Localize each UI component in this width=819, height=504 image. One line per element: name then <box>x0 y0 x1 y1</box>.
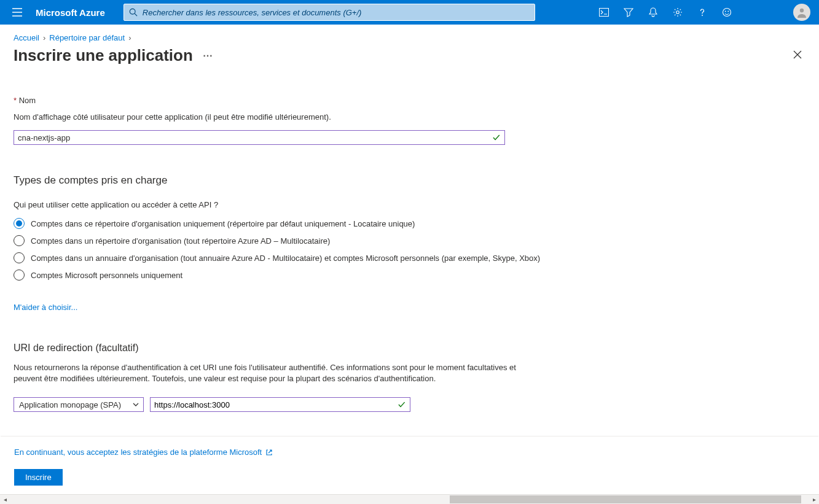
chevron-right-icon: › <box>43 33 45 42</box>
scroll-thumb[interactable] <box>450 495 801 503</box>
gear-icon <box>673 7 683 17</box>
close-icon <box>793 50 802 59</box>
chevron-down-icon <box>132 401 139 408</box>
cloud-shell-icon <box>599 8 609 17</box>
page-title: Inscrire une application <box>14 46 193 65</box>
account-types-question: Qui peut utiliser cette application ou a… <box>14 200 805 209</box>
search-input[interactable] <box>143 8 530 17</box>
check-icon <box>398 400 406 409</box>
radio-label: Comptes dans un répertoire d'organisatio… <box>31 236 330 246</box>
svg-rect-2 <box>599 9 608 17</box>
external-link-icon <box>265 449 273 456</box>
more-actions-button[interactable]: ⋯ <box>200 47 215 64</box>
smiley-icon <box>722 7 732 17</box>
notifications-button[interactable] <box>641 0 665 25</box>
hamburger-icon <box>12 8 22 17</box>
topbar-icons <box>592 0 739 25</box>
svg-point-0 <box>130 9 135 14</box>
breadcrumb: Accueil › Répertoire par défaut › <box>0 25 819 42</box>
scroll-track[interactable] <box>10 495 809 504</box>
radio-multi-tenant-personal[interactable]: Comptes dans un annuaire d'organisation … <box>14 252 805 263</box>
register-button[interactable]: Inscrire <box>14 469 63 486</box>
svg-line-1 <box>135 14 137 16</box>
horizontal-scrollbar[interactable]: ◂ ▸ <box>0 494 819 504</box>
help-button[interactable] <box>690 0 715 25</box>
radio-icon <box>14 252 25 263</box>
help-choose-link[interactable]: M'aider à choisir... <box>14 303 77 312</box>
name-input[interactable] <box>18 133 492 142</box>
directories-button[interactable] <box>616 0 641 25</box>
platform-select[interactable]: Application monopage (SPA) <box>14 397 144 412</box>
scroll-right-arrow[interactable]: ▸ <box>809 495 819 505</box>
breadcrumb-directory[interactable]: Répertoire par défaut <box>49 33 125 42</box>
name-description: Nom d'affichage côté utilisateur pour ce… <box>14 112 805 122</box>
global-search[interactable] <box>123 4 535 21</box>
main-content: * Nom Nom d'affichage côté utilisateur p… <box>0 65 819 459</box>
filter-icon <box>624 7 633 17</box>
scroll-left-arrow[interactable]: ◂ <box>0 495 10 505</box>
close-button[interactable] <box>790 47 805 64</box>
settings-button[interactable] <box>665 0 690 25</box>
person-icon <box>796 6 808 18</box>
redirect-uri-input[interactable] <box>154 400 398 409</box>
search-icon <box>129 8 138 17</box>
cloud-shell-button[interactable] <box>592 0 616 25</box>
radio-label: Comptes dans un annuaire d'organisation … <box>31 254 540 263</box>
radio-multi-tenant[interactable]: Comptes dans un répertoire d'organisatio… <box>14 235 805 246</box>
bell-icon <box>648 7 658 17</box>
account-types-group: Comptes dans ce répertoire d'organisatio… <box>14 218 805 281</box>
radio-single-tenant[interactable]: Comptes dans ce répertoire d'organisatio… <box>14 218 805 229</box>
name-input-wrap[interactable] <box>14 130 505 145</box>
radio-icon <box>14 235 25 246</box>
radio-icon <box>14 218 25 229</box>
footer: En continuant, vous acceptez les stratég… <box>1 436 818 494</box>
radio-personal-only[interactable]: Comptes Microsoft personnels uniquement <box>14 269 805 281</box>
required-indicator: * <box>14 96 19 105</box>
svg-point-4 <box>702 15 703 16</box>
svg-point-3 <box>676 11 680 14</box>
check-icon <box>492 133 501 142</box>
redirect-uri-title: URI de redirection (facultatif) <box>14 343 805 354</box>
svg-point-6 <box>725 11 726 12</box>
svg-point-5 <box>723 9 731 17</box>
radio-label: Comptes Microsoft personnels uniquement <box>31 271 182 280</box>
menu-button[interactable] <box>5 0 29 25</box>
svg-point-8 <box>800 9 804 12</box>
name-label: * Nom <box>14 96 805 105</box>
feedback-button[interactable] <box>715 0 739 25</box>
account-types-title: Types de comptes pris en charge <box>14 174 805 187</box>
question-icon <box>697 7 707 17</box>
breadcrumb-home[interactable]: Accueil <box>14 33 39 42</box>
platform-policies-link[interactable]: En continuant, vous acceptez les stratég… <box>14 448 273 457</box>
account-avatar[interactable] <box>793 4 810 21</box>
brand-label[interactable]: Microsoft Azure <box>29 7 117 18</box>
redirect-uri-input-wrap[interactable] <box>150 397 410 412</box>
platform-selected: Application monopage (SPA) <box>19 400 121 409</box>
top-bar: Microsoft Azure <box>0 0 819 25</box>
chevron-right-icon: › <box>128 33 131 42</box>
radio-icon <box>14 269 25 281</box>
radio-label: Comptes dans ce répertoire d'organisatio… <box>31 219 415 228</box>
svg-point-7 <box>727 11 729 12</box>
redirect-uri-description: Nous retournerons la réponse d'authentif… <box>14 362 517 384</box>
